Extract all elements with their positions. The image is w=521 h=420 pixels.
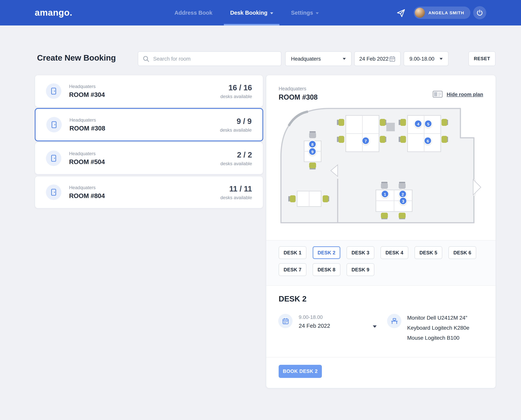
booking-time: 9.00-18.00 [299,314,323,320]
room-availability-caption: desks available [220,161,252,166]
reset-button[interactable]: RESET [469,51,496,66]
desk-booking-app: amango. Address Book Desk Booking Settin… [0,0,521,420]
nav-item-settings[interactable]: Settings [291,0,319,25]
send-paper-plane-icon[interactable] [396,8,406,18]
nav-item-label: Desk Booking [230,10,268,16]
room-detail-panel: Headquaters ROOM #308 Hide room plan [266,75,496,388]
equipment-list: Monitor Dell U2412M 24” Keyboard Logitec… [407,313,469,343]
nav-item-address-book[interactable]: Address Book [174,0,212,25]
floor-plan-drawing [278,107,482,225]
room-location: Headquaters [69,185,105,190]
room-card-804[interactable]: Headquaters ROOM #804 11 / 11 desks avai… [35,176,263,209]
booking-calendar-badge [278,314,292,328]
desk-button-3[interactable]: DESK 3 [347,246,374,259]
floor-plan: 1 2 3 4 5 6 7 8 9 [278,107,482,225]
footer-divider [266,357,496,358]
room-name: ROOM #304 [69,91,105,98]
desk-marker-1[interactable]: 1 [381,190,389,198]
logout-button[interactable] [473,6,486,19]
nav-item-label: Settings [291,10,313,16]
booking-date-dropdown[interactable] [373,325,377,328]
desk-button-9[interactable]: DESK 9 [347,263,374,276]
detail-room-name: ROOM #308 [279,93,318,102]
desk-button-5[interactable]: DESK 5 [415,246,442,259]
desk-button-8[interactable]: DESK 8 [313,263,340,276]
user-menu[interactable]: ANGELA SMITH [414,7,470,19]
desk-marker-9[interactable]: 9 [308,148,316,156]
room-card-304[interactable]: Headquaters ROOM #304 16 / 16 desks avai… [35,75,263,107]
main-nav: Address Book Desk Booking Settings [174,0,319,25]
room-door-icon [46,117,62,132]
hide-room-plan-label: Hide room plan [447,91,483,97]
nav-item-desk-booking[interactable]: Desk Booking [230,0,273,25]
room-availability: 9 / 9 [220,117,252,126]
equipment-item: Monitor Dell U2412M 24” [407,313,469,323]
avatar [415,8,425,18]
room-location: Headquaters [69,151,105,156]
room-name: ROOM #308 [69,125,105,132]
desk-button-6[interactable]: DESK 6 [448,246,476,259]
chevron-down-icon [343,58,346,60]
booking-date: 24 Feb 2022 [299,323,330,329]
room-availability: 11 / 11 [220,184,252,193]
brand-logo[interactable]: amango. [35,8,72,18]
page-title: Create New Booking [37,53,116,62]
desk-button-4[interactable]: DESK 4 [380,246,408,259]
desk-button-1[interactable]: DESK 1 [279,246,306,259]
room-card-308[interactable]: Headquaters ROOM #308 9 / 9 desks availa… [35,108,263,141]
desk-marker-3[interactable]: 3 [399,197,407,205]
book-desk-button[interactable]: BOOK DESK 2 [279,365,322,378]
desk-icon [390,317,398,324]
desk-marker-6[interactable]: 6 [424,137,432,145]
power-icon [476,9,483,16]
desk-button-7[interactable]: DESK 7 [279,263,306,276]
calendar-icon [389,55,395,62]
detail-room-location: Headquaters [279,86,306,91]
room-availability: 2 / 2 [220,150,252,159]
chevron-down-icon [439,58,443,60]
desk-marker-5[interactable]: 5 [424,120,432,128]
date-picker[interactable]: 24 Feb 2022 [354,51,401,66]
time-value: 9.00-18.00 [409,56,434,61]
room-availability-caption: desks available [220,127,252,133]
calendar-icon [282,317,289,324]
room-availability: 16 / 16 [220,83,252,92]
chevron-down-icon [316,12,319,14]
equipment-badge [387,314,401,328]
room-card-504[interactable]: Headquaters ROOM #504 2 / 2 desks availa… [35,142,263,174]
desk-marker-7[interactable]: 7 [362,137,370,145]
location-value: Headquaters [291,56,321,61]
room-door-icon [46,150,61,166]
search-input[interactable] [153,56,276,61]
room-name: ROOM #504 [69,158,105,166]
room-availability-caption: desks available [220,94,252,99]
equipment-item: Mouse Logitech B100 [407,333,469,343]
desk-marker-4[interactable]: 4 [414,120,422,128]
top-navbar: amango. Address Book Desk Booking Settin… [0,0,521,25]
room-location: Headquaters [69,117,105,123]
equipment-item: Keyboard Logitech K280e [407,323,469,333]
room-search-field [138,51,281,66]
search-icon [143,55,149,62]
room-availability-caption: desks available [220,195,252,200]
room-door-icon [46,83,61,99]
chevron-down-icon [270,12,273,14]
room-location: Headquaters [69,84,105,89]
desk-marker-8[interactable]: 8 [308,140,316,148]
hide-room-plan-link[interactable]: Hide room plan [433,91,483,98]
room-door-icon [46,185,61,200]
time-select[interactable]: 9.00-18.00 [404,51,448,66]
desk-button-2[interactable]: DESK 2 [313,246,340,259]
user-name: ANGELA SMITH [428,10,464,15]
selected-desk-title: DESK 2 [279,294,307,303]
nav-item-label: Address Book [174,10,212,16]
room-name: ROOM #804 [69,192,105,200]
location-select[interactable]: Headquaters [285,51,352,66]
desk-button-list: DESK 1 DESK 2 DESK 3 DESK 4 DESK 5 DESK … [266,240,496,286]
date-value: 24 Feb 2022 [359,56,389,61]
room-plan-icon [433,91,443,98]
